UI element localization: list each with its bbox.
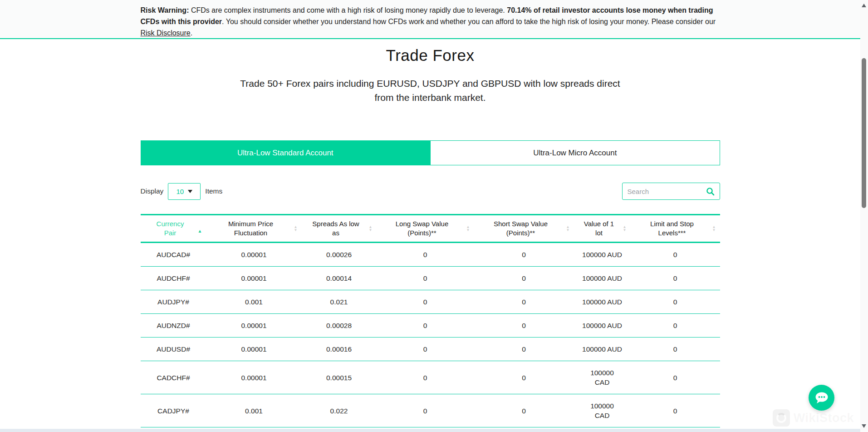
column-header-label: Spreads As low as — [310, 219, 361, 238]
table-cell: 100000 AUD — [574, 243, 631, 267]
scrollbar-thumb[interactable] — [862, 58, 866, 208]
sort-ascending-icon: ▲ — [198, 229, 202, 232]
risk-warning-label: Risk Warning: — [141, 6, 189, 14]
table-cell: 100000 AUD — [574, 314, 631, 338]
table-cell: 100000 CAD — [574, 394, 631, 427]
table-cell: 0 — [631, 267, 720, 290]
table-cell: 0 — [631, 243, 720, 267]
table-cell: 0 — [474, 394, 574, 427]
table-cell: 0.022 — [302, 394, 377, 427]
chat-button[interactable] — [809, 385, 834, 411]
table-cell: 0.00016 — [302, 338, 377, 361]
table-cell: AUDJPY# — [141, 290, 206, 314]
column-header-long-swap-value-points-[interactable]: Long Swap Value (Points)**▲▼ — [377, 215, 474, 243]
table-cell: 0 — [377, 394, 474, 427]
table-cell: 0.00026 — [302, 243, 377, 267]
table-cell: 0 — [474, 361, 574, 394]
table-cell: 0 — [474, 290, 574, 314]
table-cell: CADCHF# — [141, 361, 206, 394]
table-cell: 0.00001 — [206, 267, 302, 290]
table-cell: 0 — [631, 361, 720, 394]
table-cell: 0 — [474, 314, 574, 338]
horizontal-scrollbar[interactable] — [0, 429, 860, 432]
column-header-limit-and-stop-levels-[interactable]: Limit and Stop Levels***▲▼ — [631, 215, 720, 243]
column-header-label: Short Swap Value (Points)** — [490, 219, 552, 238]
column-header-label: Currency Pair — [154, 219, 186, 238]
page-size-select[interactable]: 10 — [168, 183, 201, 200]
column-header-label: Long Swap Value (Points)** — [392, 219, 452, 238]
content-container: Trade Forex Trade 50+ Forex pairs includ… — [141, 46, 720, 427]
chat-bubble-icon — [814, 391, 829, 405]
table-cell: 0.00014 — [302, 267, 377, 290]
wikistock-watermark: WikiStock — [773, 409, 854, 427]
table-cell: 0.00001 — [206, 314, 302, 338]
sort-icon: ▲▼ — [369, 225, 373, 232]
table-cell: AUDCHF# — [141, 267, 206, 290]
risk-warning-text: Risk Warning: CFDs are complex instrumen… — [141, 0, 720, 39]
sort-icon: ▲▼ — [466, 225, 470, 232]
scroll-up-arrow-icon[interactable] — [862, 4, 866, 7]
items-label: Items — [205, 187, 222, 195]
page-size-value: 10 — [176, 188, 184, 195]
table-row: AUDJPY#0.0010.02100100000 AUD0 — [141, 290, 720, 314]
table-cell: 0.00028 — [302, 314, 377, 338]
table-row: AUDNZD#0.000010.0002800100000 AUD0 — [141, 314, 720, 338]
search-icon — [706, 187, 715, 196]
column-header-short-swap-value-points-[interactable]: Short Swap Value (Points)**▲▼ — [474, 215, 574, 243]
column-header-label: Limit and Stop Levels*** — [646, 219, 698, 238]
wikistock-logo-icon — [773, 409, 790, 427]
risk-disclosure-link[interactable]: Risk Disclosure — [141, 29, 191, 37]
table-cell: 0 — [631, 290, 720, 314]
sort-icon: ▲▼ — [294, 225, 298, 232]
table-body: AUDCAD#0.000010.0002600100000 AUD0AUDCHF… — [141, 243, 720, 427]
vertical-scrollbar[interactable] — [860, 0, 868, 432]
tab-ultra-low-standard-account[interactable]: Ultra-Low Standard Account — [141, 140, 431, 165]
forex-pairs-table: Currency Pair▲Minimum Price Fluctuation▲… — [141, 214, 720, 427]
page-title: Trade Forex — [141, 46, 720, 65]
table-cell: CADJPY# — [141, 394, 206, 427]
risk-warning-segment: . You should consider whether you unders… — [222, 18, 716, 25]
sort-icon: ▲▼ — [566, 225, 570, 232]
table-row: CADJPY#0.0010.02200100000 CAD0 — [141, 394, 720, 427]
scroll-down-arrow-icon[interactable] — [862, 424, 866, 428]
table-cell: 0.00001 — [206, 361, 302, 394]
table-row: AUDCAD#0.000010.0002600100000 AUD0 — [141, 243, 720, 267]
table-cell: AUDUSD# — [141, 338, 206, 361]
table-cell: 0.00001 — [206, 338, 302, 361]
table-cell: 100000 AUD — [574, 267, 631, 290]
table-row: AUDUSD#0.000010.0001600100000 AUD0 — [141, 338, 720, 361]
risk-warning-segment: CFDs are complex instruments and come wi… — [189, 6, 507, 14]
tab-ultra-low-micro-account[interactable]: Ultra-Low Micro Account — [430, 140, 720, 165]
risk-warning-banner: Risk Warning: CFDs are complex instrumen… — [0, 0, 860, 39]
table-row: CADCHF#0.000010.0001500100000 CAD0 — [141, 361, 720, 394]
sort-icon: ▲▼ — [712, 225, 716, 232]
table-cell: 0.021 — [302, 290, 377, 314]
table-cell: 0 — [474, 243, 574, 267]
table-cell: 100000 AUD — [574, 290, 631, 314]
table-cell: 0 — [377, 267, 474, 290]
column-header-spreads-as-low-as[interactable]: Spreads As low as▲▼ — [302, 215, 377, 243]
table-cell: 0 — [377, 314, 474, 338]
table-cell: 0 — [631, 338, 720, 361]
table-cell: 100000 AUD — [574, 338, 631, 361]
table-cell: 0 — [474, 338, 574, 361]
column-header-currency-pair[interactable]: Currency Pair▲ — [141, 215, 206, 243]
column-header-label: Value of 1 lot — [581, 219, 617, 238]
watermark-text: WikiStock — [794, 411, 854, 425]
table-cell: 0 — [377, 338, 474, 361]
table-cell: 0 — [377, 361, 474, 394]
display-label: Display — [141, 187, 164, 195]
table-cell: 0 — [474, 267, 574, 290]
table-cell: 100000 CAD — [574, 361, 631, 394]
page-subtitle: Trade 50+ Forex pairs including EURUSD, … — [237, 76, 623, 104]
table-header-row: Currency Pair▲Minimum Price Fluctuation▲… — [141, 215, 720, 243]
sort-icon: ▲▼ — [623, 225, 627, 232]
table-cell: 0.001 — [206, 290, 302, 314]
search-input[interactable] — [628, 188, 706, 195]
table-cell: 0 — [631, 394, 720, 427]
risk-warning-suffix: . — [191, 29, 192, 37]
table-cell: AUDNZD# — [141, 314, 206, 338]
table-controls: Display 10 Items — [141, 183, 720, 200]
column-header-minimum-price-fluctuation[interactable]: Minimum Price Fluctuation▲▼ — [206, 215, 302, 243]
column-header-value-of-1-lot[interactable]: Value of 1 lot▲▼ — [574, 215, 631, 243]
